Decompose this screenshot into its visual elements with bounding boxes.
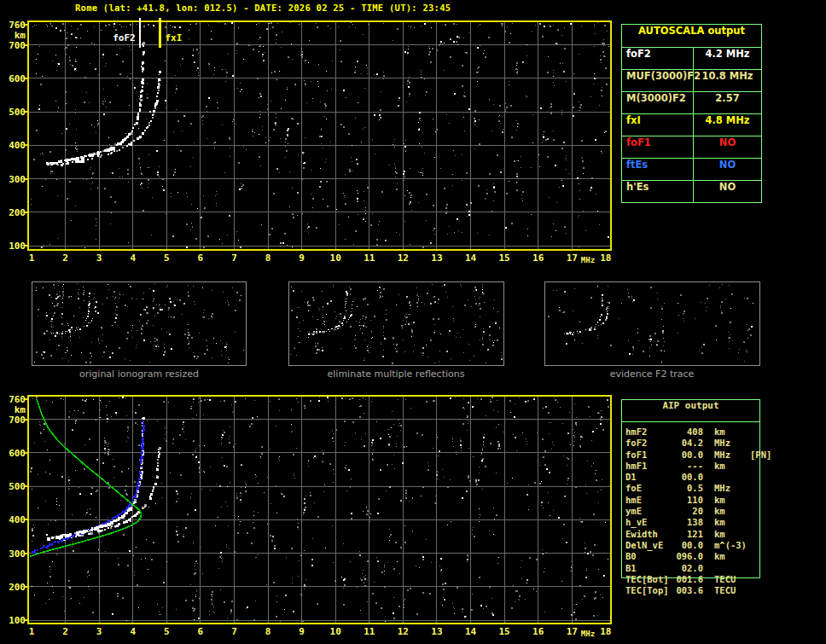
axis-label: 2 (62, 252, 68, 264)
aip-param-label: hmF2 (621, 426, 673, 438)
thumbnail-caption-2: eliminate multiple reflections (288, 368, 503, 380)
axis-label: 600 (9, 73, 26, 84)
autoscala-row-h'Es: h'EsNO (622, 181, 761, 202)
aip-param-value: 00.0 (673, 450, 703, 461)
axis-label: 3 (96, 252, 102, 264)
aip-param-label: B0 (621, 551, 673, 562)
axis-label: MHz (581, 256, 595, 264)
axis-label: 6 (198, 252, 204, 264)
axis-label: 11 (364, 626, 375, 637)
aip-param-unit: km (714, 495, 750, 506)
aip-row-ymE: ymE20km (621, 506, 766, 517)
autoscala-row-foF2: foF24.2 MHz (622, 48, 761, 70)
axis-label: 5 (164, 626, 170, 637)
aip-param-label: h_vE (621, 517, 673, 528)
autoscala-row-MUF(3000)F2: MUF(3000)F210.8 MHz (622, 70, 761, 92)
axis-label: 5 (164, 252, 170, 264)
bottom-plot-y-axis: 760700600500400300200100km (9, 394, 28, 626)
autoscala-output-table: AUTOSCALA output foF24.2 MHzMUF(3000)F21… (621, 24, 762, 203)
aip-row-Ewidth: Ewidth121km (621, 529, 766, 540)
axis-label: 15 (498, 626, 509, 637)
axis-label: 6 (198, 626, 204, 637)
aip-param-unit: km (714, 461, 750, 472)
thumbnail-eliminate-reflections (288, 281, 503, 365)
aip-param-unit: TECU (714, 574, 750, 585)
autoscala-param-label: fxI (622, 114, 694, 136)
bottom-profile-plot (28, 396, 611, 624)
axis-label: 12 (398, 252, 409, 264)
aip-param-label: B1 (621, 563, 673, 574)
aip-row-DelN_vE: DelN_vE00.0m^(-3) (621, 540, 766, 551)
aip-row-foF1: foF100.0MHz[PN] (621, 450, 766, 461)
axis-label: 8 (265, 252, 271, 264)
aip-param-value: --- (673, 461, 703, 472)
axis-label: 100 (9, 241, 26, 252)
axis-label: 18 (600, 626, 611, 637)
aip-param-unit (714, 563, 750, 574)
axis-label: km (15, 404, 26, 415)
aip-param-value: 110 (673, 495, 703, 506)
aip-param-unit: MHz (714, 450, 750, 461)
autoscala-table-header: AUTOSCALA output (622, 25, 761, 48)
axis-label: MHz (581, 629, 595, 638)
aip-row-TEC[Bot]: TEC[Bot]001.6TECU (621, 574, 766, 585)
axis-label: 7 (231, 626, 237, 637)
aip-param-unit: MHz (714, 483, 750, 494)
axis-label: 400 (9, 140, 26, 151)
autoscala-param-value: 10.8 MHz (694, 70, 761, 91)
thumbnail-caption-1: original ionogram resized (32, 368, 247, 380)
aip-param-label: foF2 (621, 438, 673, 449)
top-plot-x-axis: 123456789101112131415161718MHz (29, 252, 612, 264)
axis-label: 13 (431, 626, 442, 637)
axis-label: 4 (130, 252, 136, 264)
axis-label: 200 (9, 582, 26, 593)
aip-param-unit: km (714, 517, 750, 528)
axis-label: 10 (330, 626, 341, 637)
thumbnail-evidence-f2-trace (544, 281, 759, 365)
autoscala-param-value: 4.8 MHz (694, 114, 761, 136)
axis-label: 200 (9, 207, 26, 218)
axis-label: 14 (465, 252, 477, 264)
axis-label: 700 (9, 40, 26, 51)
axis-label: 12 (398, 626, 409, 637)
electron-density-profile-curve (30, 399, 142, 556)
aip-param-value: 003.6 (673, 585, 703, 596)
marker-foF2: foF2 (113, 18, 140, 48)
autoscala-row-fxI: fxI4.8 MHz (622, 114, 761, 136)
autoscala-screen: Rome (lat: +41.8, lon: 012.5) - DATE: 20… (0, 0, 826, 644)
axis-label: 300 (9, 174, 26, 185)
autoscala-param-label: h'Es (622, 181, 694, 202)
axis-label: 700 (9, 415, 26, 426)
aip-param-label: TEC[Bot] (621, 574, 673, 585)
aip-row-h_vE: h_vE138km (621, 517, 766, 528)
axis-label: 600 (9, 448, 26, 459)
axis-label: 3 (96, 626, 102, 637)
axis-label: 300 (9, 548, 26, 560)
axis-label: 18 (600, 252, 611, 264)
aip-param-value: 02.0 (673, 563, 703, 574)
aip-param-extra: [PN] (750, 450, 771, 461)
aip-row-TEC[Top]: TEC[Top]003.6TECU (621, 585, 766, 596)
autoscala-table-rows: foF24.2 MHzMUF(3000)F210.8 MHzM(3000)F22… (622, 48, 761, 202)
aip-param-label: D1 (621, 472, 673, 483)
autoscala-param-label: foF2 (622, 48, 694, 69)
aip-row-B0: B0096.0km (621, 551, 766, 562)
autoscala-param-label: foF1 (622, 136, 694, 158)
aip-param-label: hmE (621, 495, 673, 506)
axis-label: 17 (567, 626, 578, 637)
aip-param-unit: km (714, 506, 750, 517)
autoscala-param-label: M(3000)F2 (622, 92, 694, 113)
aip-table-header: AIP output (622, 400, 759, 422)
aip-param-unit: km (714, 529, 750, 540)
autoscala-param-label: ftEs (622, 159, 694, 180)
aip-row-D1: D100.0 (621, 472, 766, 483)
axis-label: 16 (532, 252, 544, 264)
axis-label: 17 (567, 252, 578, 264)
autoscala-param-value: 2.57 (694, 92, 761, 113)
aip-param-value: 121 (673, 529, 703, 540)
axis-label: 14 (465, 626, 477, 637)
axis-label: 9 (299, 252, 305, 264)
thumbnail-caption-3: evidence F2 trace (544, 368, 759, 380)
aip-row-hmF2: hmF2408km (621, 426, 766, 438)
aip-param-unit (714, 472, 750, 483)
